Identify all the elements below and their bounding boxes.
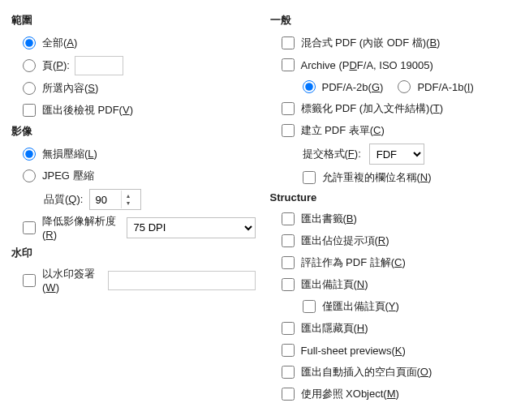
export-placeholders-label: 匯出佔位提示項(R)	[301, 234, 389, 248]
structure-title: Structure	[270, 191, 514, 204]
jpeg-label: JPEG 壓縮	[42, 169, 94, 183]
export-notes-pages-label: 匯出備註頁(N)	[301, 277, 368, 292]
pdfa-2b-label: PDF/A-2b(G)	[322, 81, 384, 93]
duplicate-fieldnames-check[interactable]	[303, 171, 316, 184]
reduce-resolution-check[interactable]	[23, 221, 36, 234]
archive-check[interactable]	[282, 58, 295, 71]
pdfa-2b-radio[interactable]	[303, 80, 316, 93]
use-xobject-label: 使用參照 XObject(M)	[301, 387, 399, 401]
spinner-arrows[interactable]: ▴▾	[121, 191, 134, 208]
view-after-export-label: 匯出後檢視 PDF(V)	[42, 103, 133, 118]
full-sheet-previews-label: Full-sheet previews(K)	[301, 345, 406, 357]
general-title: 一般	[270, 13, 514, 28]
dpi-select[interactable]: 75 DPI	[127, 217, 256, 238]
tagged-pdf-label: 標籤化 PDF (加入文件結構)(T)	[301, 101, 444, 116]
quality-input[interactable]	[90, 191, 121, 208]
export-hidden-pages-label: 匯出隱藏頁(H)	[301, 321, 368, 336]
create-form-label: 建立 PDF 表單(C)	[301, 123, 385, 138]
watermark-input[interactable]	[108, 271, 256, 290]
range-selection-radio[interactable]	[23, 82, 36, 95]
export-bookmarks-check[interactable]	[282, 212, 295, 225]
duplicate-fieldnames-label: 允許重複的欄位名稱(N)	[322, 170, 432, 185]
pdfa-1b-radio[interactable]	[398, 80, 411, 93]
tagged-pdf-check[interactable]	[282, 102, 295, 115]
range-all-radio[interactable]	[23, 36, 36, 49]
image-title: 影像	[11, 124, 256, 139]
comments-as-annotations-label: 評註作為 PDF 註解(C)	[301, 255, 406, 270]
range-all-label: 全部(A)	[42, 36, 77, 50]
archive-label: Archive (PDF/A, ISO 19005)	[301, 59, 433, 71]
reduce-resolution-label: 降低影像解析度(R)	[42, 214, 120, 241]
quality-spinner[interactable]: ▴▾	[89, 189, 141, 210]
range-pages-radio[interactable]	[23, 59, 36, 72]
comments-as-annotations-check[interactable]	[282, 256, 295, 269]
only-notes-pages-label: 僅匯出備註頁(Y)	[322, 299, 399, 314]
range-pages-input[interactable]	[75, 56, 123, 75]
export-hidden-pages-check[interactable]	[282, 322, 295, 335]
watermark-label: 以水印簽署(W)	[42, 267, 101, 294]
hybrid-pdf-label: 混合式 PDF (內嵌 ODF 檔)(B)	[301, 36, 441, 50]
quality-label: 品質(Q):	[44, 192, 83, 207]
lossless-label: 無損壓縮(L)	[42, 147, 97, 161]
chevron-up-icon[interactable]: ▴	[127, 192, 130, 199]
watermark-check[interactable]	[23, 274, 36, 287]
hybrid-pdf-check[interactable]	[282, 36, 295, 49]
export-notes-pages-check[interactable]	[282, 278, 295, 291]
jpeg-radio[interactable]	[23, 169, 36, 182]
full-sheet-previews-check[interactable]	[282, 344, 295, 357]
view-after-export-check[interactable]	[23, 104, 36, 117]
auto-blank-pages-label: 匯出自動插入的空白頁面(O)	[301, 365, 432, 379]
only-notes-pages-check[interactable]	[303, 300, 316, 313]
range-selection-label: 所選內容(S)	[42, 81, 98, 96]
range-title: 範圍	[11, 13, 256, 28]
submit-format-select[interactable]: FDF	[369, 144, 424, 165]
export-placeholders-check[interactable]	[282, 234, 295, 247]
pdfa-1b-label: PDF/A-1b(I)	[417, 81, 473, 93]
submit-format-label: 提交格式(F):	[303, 147, 361, 161]
range-pages-label: 頁(P):	[42, 58, 70, 73]
export-bookmarks-label: 匯出書籤(B)	[301, 212, 357, 226]
chevron-down-icon[interactable]: ▾	[127, 199, 130, 207]
watermark-title: 水印	[11, 246, 256, 260]
lossless-radio[interactable]	[23, 148, 36, 161]
use-xobject-check[interactable]	[282, 388, 295, 401]
create-form-check[interactable]	[282, 124, 295, 137]
auto-blank-pages-check[interactable]	[282, 366, 295, 379]
